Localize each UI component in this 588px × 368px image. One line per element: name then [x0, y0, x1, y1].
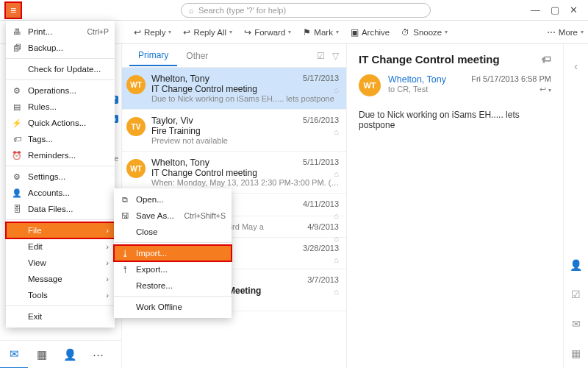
mail-icon[interactable]: ✉ [0, 341, 28, 369]
menu-label: Restore... [136, 281, 173, 290]
check-icon[interactable]: ☑ [564, 280, 589, 309]
calendar-icon[interactable]: ▦ [28, 341, 56, 369]
checkbox-icon[interactable]: ☑ [317, 51, 325, 61]
menu-item[interactable]: ⧉Open... [114, 191, 232, 208]
email-preview: When: Monday, May 13, 2013 2:30 PM-3:00 … [151, 178, 340, 187]
menu-icon: 🗄 [12, 205, 22, 213]
menu-icon: ▤ [12, 102, 22, 112]
flag-icon[interactable]: ⌂ [334, 85, 339, 94]
flag-icon[interactable]: ⌂ [334, 255, 339, 264]
tab-primary[interactable]: Primary [129, 46, 177, 66]
email-date: 5/11/2013 [303, 158, 339, 166]
menu-icon: 🏷 [12, 135, 22, 144]
email-date: 4/9/2013 [307, 222, 339, 231]
email-row[interactable]: WT Whelton, Tony IT Change Control meeti… [122, 68, 346, 110]
menu-accelerator: Ctrl+P [87, 27, 109, 36]
menu-icon: 🖫 [120, 211, 130, 220]
menu-icon: 🗐 [12, 43, 22, 52]
menu-item[interactable]: Close [114, 224, 232, 240]
menu-item[interactable]: ⚡Quick Actions... [6, 115, 115, 131]
flag-icon[interactable]: ⌂ [334, 287, 339, 296]
menu-item[interactable]: Restore... [114, 277, 232, 294]
main-menu: 🖶Print...Ctrl+P🗐Backup...Check for Updat… [6, 21, 115, 328]
menu-item[interactable]: 🗄Data Files... [6, 201, 115, 217]
menu-item[interactable]: View [6, 255, 115, 271]
inbox-icon[interactable]: ✉ [564, 309, 589, 339]
menu-icon: 👤 [12, 188, 22, 198]
menu-label: Edit [28, 242, 43, 251]
menu-item[interactable]: ▤Rules... [6, 99, 115, 115]
tab-other[interactable]: Other [177, 46, 217, 66]
replyall-button[interactable]: ↩ Reply All ▾ [179, 24, 237, 40]
email-preview: Preview not available [151, 136, 340, 145]
menu-item[interactable]: ⭱Export... [114, 261, 232, 277]
menu-label: Tools [28, 291, 48, 300]
menu-item[interactable]: ⭳Import... [114, 245, 232, 261]
more-icon[interactable]: ⋯ [84, 341, 112, 369]
forward-button[interactable]: ↪ Forward ▾ [240, 24, 295, 40]
pane-to: to CR, Test [388, 85, 446, 93]
search-icon: ⌕ [189, 6, 194, 15]
avatar: WT [126, 159, 146, 178]
search-input[interactable]: ⌕ Search (type '?' for help) [181, 3, 431, 18]
calendar-icon[interactable]: ▦ [564, 339, 589, 368]
menu-item[interactable]: 🖫Save As...Ctrl+Shift+S [114, 208, 232, 224]
pane-subject: IT Change Control meeting [359, 53, 500, 66]
people-icon[interactable]: 👤 [56, 341, 84, 369]
collapse-icon[interactable]: ‹ [564, 44, 589, 88]
menu-item[interactable]: Tools [6, 287, 115, 303]
menu-item[interactable]: Message [6, 271, 115, 287]
menu-item[interactable]: ⚙Settings... [6, 169, 115, 185]
menu-item[interactable]: File [6, 222, 115, 238]
menu-item[interactable]: 🖶Print...Ctrl+P [6, 24, 115, 40]
menu-item[interactable]: 👤Accounts... [6, 185, 115, 201]
menu-item[interactable]: Work Offline [114, 299, 232, 315]
menu-label: Save As... [136, 211, 174, 220]
menu-label: Tags... [28, 135, 53, 144]
reply-button[interactable]: ↩ Reply ▾ [129, 24, 176, 40]
close-icon[interactable]: ✕ [570, 4, 578, 15]
menu-item[interactable]: Check for Update... [6, 61, 115, 77]
maximize-icon[interactable]: ▢ [551, 4, 559, 15]
menu-label: Open... [136, 195, 164, 204]
pane-body: Due to Nick working on iSams EH..... let… [359, 110, 551, 130]
menu-label: Message [28, 275, 62, 283]
menu-icon: ⭱ [120, 265, 130, 274]
menu-label: Import... [136, 249, 167, 258]
menu-label: Export... [136, 265, 168, 274]
menu-item[interactable]: 🏷Tags... [6, 131, 115, 147]
menu-label: Operations... [28, 86, 76, 95]
menu-icon: ⏰ [12, 151, 22, 160]
menu-item[interactable]: Edit [6, 238, 115, 255]
email-date: 3/7/2013 [307, 275, 339, 284]
pane-from[interactable]: Whelton, Tony [388, 74, 446, 85]
snooze-button[interactable]: ⏱ Snooze ▾ [397, 25, 452, 40]
filter-icon[interactable]: ▽ [332, 51, 339, 61]
menu-icon: ⭳ [120, 249, 130, 258]
flag-icon[interactable]: ⌂ [334, 127, 339, 136]
menu-label: File [28, 226, 42, 235]
menu-item[interactable]: 🗐Backup... [6, 40, 115, 56]
tag-icon[interactable]: 🏷 [542, 54, 551, 65]
flag-icon[interactable]: ⌂ [334, 169, 339, 178]
menu-item[interactable]: Exit [6, 308, 115, 325]
avatar: TV [126, 117, 146, 136]
menu-label: Exit [28, 312, 42, 321]
menu-label: Reminders... [28, 151, 76, 160]
email-row[interactable]: WT Whelton, Tony IT Change Control meeti… [122, 152, 346, 194]
archive-button[interactable]: ▣ Archive [346, 24, 394, 40]
menu-label: Accounts... [28, 188, 70, 197]
email-subject: Fire Training [151, 126, 340, 136]
mark-button[interactable]: ⚑ Mark ▾ [298, 24, 343, 40]
menu-item[interactable]: ⏰Reminders... [6, 147, 115, 163]
minimize-icon[interactable]: — [531, 4, 540, 15]
hamburger-icon[interactable]: ≡ [4, 1, 22, 19]
email-row[interactable]: TV Taylor, Viv Fire Training Preview not… [122, 110, 346, 152]
email-date: 4/11/2013 [303, 199, 339, 208]
email-date: 5/16/2013 [303, 116, 339, 124]
more-button[interactable]: ⋯ More ▾ [542, 24, 588, 40]
menu-label: Settings... [28, 172, 65, 181]
menu-item[interactable]: ⚙Operations... [6, 82, 115, 99]
person-icon[interactable]: 👤 [564, 250, 589, 280]
menu-label: Check for Update... [28, 65, 101, 74]
